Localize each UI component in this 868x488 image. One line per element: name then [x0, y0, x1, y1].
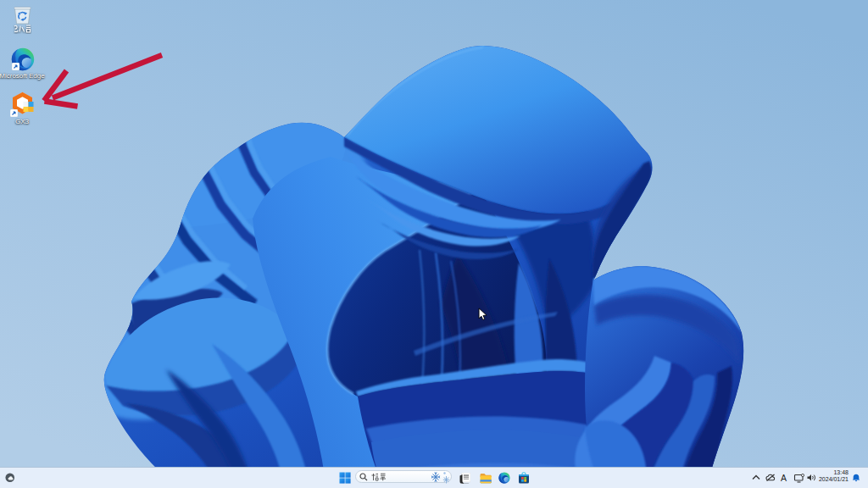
- svg-text:A: A: [781, 473, 787, 483]
